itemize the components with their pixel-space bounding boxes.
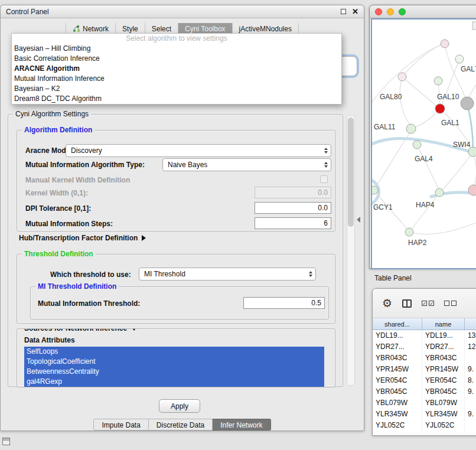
select-all-checkboxes-icon[interactable] bbox=[422, 301, 434, 306]
columns-icon[interactable] bbox=[402, 299, 412, 308]
algorithm-option-aracne-algorithm[interactable]: ARACNE Algorithm bbox=[12, 64, 341, 74]
settings-scrollbar[interactable] bbox=[347, 115, 355, 386]
aracne-mode-value: Discovery bbox=[66, 146, 321, 155]
network-node-label: GAL7 bbox=[461, 65, 476, 73]
window-title: Control Panel bbox=[6, 8, 49, 16]
table-cell: 8. bbox=[465, 375, 476, 386]
close-traffic-light[interactable] bbox=[375, 8, 382, 15]
data-attribute-item[interactable]: TopologicalCoefficient bbox=[24, 357, 324, 367]
algorithm-option-mutual-information-inference[interactable]: Mutual Information Inference bbox=[12, 74, 341, 84]
table-cell: YBR045C bbox=[373, 386, 422, 397]
tab-infer-network[interactable]: Infer Network bbox=[213, 419, 270, 431]
network-corner-widget[interactable] bbox=[472, 22, 476, 30]
network-node[interactable] bbox=[405, 228, 413, 236]
restore-panel-icon[interactable] bbox=[2, 438, 10, 445]
dpi-tolerance-label: DPI Tolerance [0,1]: bbox=[25, 204, 91, 213]
network-node-label: GAL1 bbox=[441, 119, 459, 127]
network-edge bbox=[402, 44, 444, 77]
threshold-definition-title: Threshold Definition bbox=[22, 250, 96, 258]
column-header-extra[interactable] bbox=[465, 318, 476, 330]
network-node[interactable] bbox=[413, 141, 421, 149]
network-view-window: GAL7GAL80GAL10GAL11GAL1SWI4GAL4GCY1HAP4H… bbox=[369, 5, 476, 269]
algorithm-option-basic-correlation-inference[interactable]: Basic Correlation Inference bbox=[12, 54, 341, 64]
mi-algorithm-type-label: Mutual Information Algorithm Type: bbox=[25, 161, 145, 169]
table-cell: YDL19... bbox=[422, 330, 465, 341]
algorithm-option-dream8-dc-tdc-algorithm[interactable]: Dream8 DC_TDC Algorithm bbox=[12, 94, 341, 104]
aracne-mode-select[interactable]: Discovery bbox=[66, 144, 331, 157]
mi-threshold-definition-group: MI Threshold Definition Mutual Informati… bbox=[30, 286, 329, 319]
clear-checkboxes-icon[interactable] bbox=[444, 301, 457, 306]
table-body: YDL19...YDL19...13YDR27...YDR27...12YBR0… bbox=[373, 330, 476, 431]
scrollbar-thumb[interactable] bbox=[348, 118, 354, 227]
table-row[interactable]: YBR045CYBR045C9. bbox=[373, 386, 476, 397]
algorithm-option-bayesian-k2[interactable]: Bayesian – K2 bbox=[12, 84, 341, 94]
table-row[interactable]: YLR345WYLR345W9. bbox=[373, 409, 476, 420]
empty-box-icon bbox=[451, 301, 457, 306]
table-panel-title: Table Panel bbox=[374, 274, 412, 282]
mi-threshold-input[interactable] bbox=[243, 297, 325, 309]
apply-button[interactable]: Apply bbox=[159, 399, 200, 413]
manual-kernel-width-checkbox[interactable] bbox=[320, 175, 328, 183]
column-header-shared[interactable]: shared... bbox=[373, 318, 422, 330]
zoom-traffic-light[interactable] bbox=[399, 8, 406, 15]
algorithm-option-bayesian-hill-climbing[interactable]: Bayesian – Hill Climbing bbox=[12, 44, 341, 54]
data-attribute-item[interactable]: SelfLoops bbox=[24, 347, 324, 357]
float-window-icon[interactable] bbox=[341, 9, 346, 14]
network-node-label: GAL11 bbox=[374, 123, 396, 131]
network-node[interactable] bbox=[372, 186, 378, 194]
table-cell: YBL079W bbox=[422, 397, 465, 409]
network-node[interactable] bbox=[406, 124, 416, 133]
sources-title-row[interactable]: Sources for Network Inference bbox=[22, 328, 139, 332]
column-header-name[interactable]: name bbox=[422, 318, 465, 330]
sources-group: Sources for Network Inference Data Attri… bbox=[17, 328, 335, 387]
network-node[interactable] bbox=[455, 55, 464, 63]
network-node[interactable] bbox=[435, 188, 444, 197]
tab-discretize-data[interactable]: Discretize Data bbox=[149, 419, 213, 431]
table-row[interactable]: YDR27...YDR27...12 bbox=[373, 341, 476, 353]
sources-title: Sources for Network Inference bbox=[24, 328, 127, 332]
table-cell: YDR27... bbox=[373, 341, 422, 353]
network-edge bbox=[409, 216, 476, 234]
network-node[interactable] bbox=[461, 97, 474, 110]
table-row[interactable]: YBL079WYBL079W bbox=[373, 397, 476, 409]
table-cell: 9. bbox=[465, 386, 476, 397]
minimize-traffic-light[interactable] bbox=[387, 8, 394, 15]
table-toolbar bbox=[373, 289, 476, 318]
tab-impute-data[interactable]: Impute Data bbox=[93, 419, 148, 431]
dpi-tolerance-input[interactable] bbox=[255, 202, 331, 214]
hub-definition-toggle[interactable]: Hub/Transcription Factor Definition bbox=[19, 234, 146, 242]
table-cell: YJL052C bbox=[373, 420, 422, 431]
which-threshold-label: Which threshold to use: bbox=[50, 270, 131, 279]
control-panel-titlebar[interactable]: Control Panel bbox=[1, 5, 364, 18]
network-node[interactable] bbox=[441, 40, 449, 48]
mi-algorithm-type-select[interactable]: Naive Bayes bbox=[162, 158, 331, 171]
close-icon[interactable] bbox=[352, 7, 358, 16]
algorithm-dropdown-list: Select algorithm to view settings Bayesi… bbox=[11, 33, 342, 105]
data-attribute-item[interactable]: BetweennessCentrality bbox=[24, 367, 324, 377]
gear-icon[interactable] bbox=[382, 298, 392, 309]
network-graph: GAL7GAL80GAL10GAL11GAL1SWI4GAL4GCY1HAP4H… bbox=[372, 19, 476, 269]
which-threshold-select[interactable]: MI Threshold bbox=[139, 268, 316, 281]
network-node[interactable] bbox=[398, 73, 406, 81]
table-row[interactable]: YDL19...YDL19...13 bbox=[373, 330, 476, 341]
panel-collapse-arrow[interactable] bbox=[357, 217, 360, 223]
network-window-titlebar[interactable] bbox=[370, 5, 476, 18]
window-controls bbox=[341, 7, 358, 16]
network-canvas[interactable]: GAL7GAL80GAL10GAL11GAL1SWI4GAL4GCY1HAP4H… bbox=[371, 18, 476, 269]
kernel-width-input[interactable] bbox=[255, 187, 331, 198]
network-node[interactable] bbox=[434, 77, 442, 85]
data-attribute-item[interactable]: gal4RGexp bbox=[24, 377, 324, 387]
algorithm-dropdown-placeholder[interactable]: Select algorithm to view settings bbox=[12, 34, 341, 44]
table-cell: YDL19... bbox=[373, 330, 422, 341]
table-row[interactable]: YPR145WYPR145W9. bbox=[373, 364, 476, 375]
table-row[interactable]: YJL052CYJL052C bbox=[373, 420, 476, 431]
network-node[interactable] bbox=[435, 104, 445, 113]
table-row[interactable]: YER054CYER054C8. bbox=[373, 375, 476, 386]
table-cell: YER054C bbox=[422, 375, 465, 386]
mi-steps-input[interactable] bbox=[255, 217, 331, 229]
data-attributes-list: SelfLoopsTopologicalCoefficientBetweenne… bbox=[24, 347, 324, 387]
table-cell: YPR145W bbox=[422, 364, 465, 375]
table-row[interactable]: YBR043CYBR043C bbox=[373, 353, 476, 364]
table-cell: YPR145W bbox=[373, 364, 422, 375]
mi-threshold-label: Mutual Information Threshold: bbox=[38, 299, 140, 308]
